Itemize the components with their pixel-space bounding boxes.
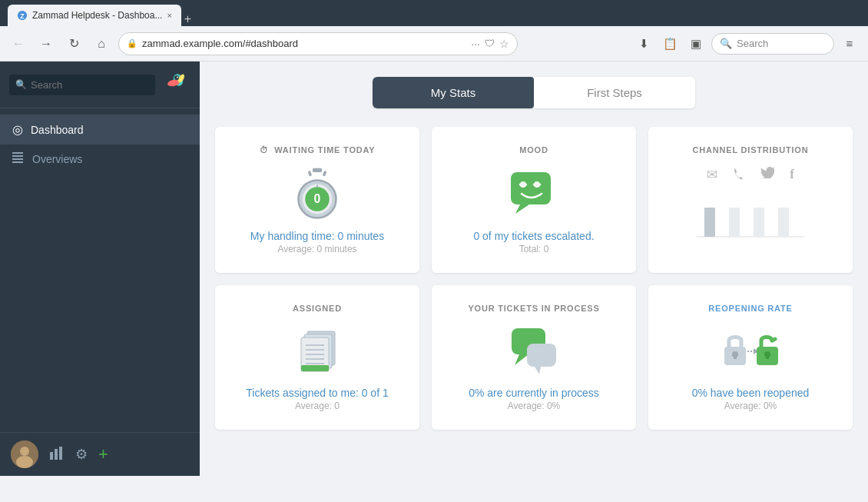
svg-rect-19	[308, 171, 313, 177]
reopening-rate-card: REOPENING RATE	[648, 285, 853, 430]
avatar-image	[11, 440, 38, 468]
svg-rect-46	[527, 344, 556, 367]
waiting-time-title: ⏱ WAITING TIME TODAY	[260, 145, 376, 155]
svg-rect-11	[12, 161, 23, 163]
assigned-main: Tickets assigned to me: 0 of 1	[246, 387, 388, 399]
svg-marker-45	[515, 354, 528, 365]
channel-bar-area	[664, 192, 837, 238]
add-bottom-icon[interactable]: +	[98, 444, 108, 464]
mood-card: MOOD 0 of	[432, 127, 636, 273]
stats-grid: ⏱ WAITING TIME TODAY	[215, 127, 853, 430]
facebook-channel-icon: f	[790, 167, 794, 185]
home-button[interactable]: ⌂	[91, 33, 112, 55]
tabs-container: My Stats First Steps	[373, 77, 695, 108]
twitter-channel-icon	[760, 167, 774, 185]
hummingbird-logo	[163, 69, 190, 97]
forward-button[interactable]: →	[35, 33, 57, 55]
sidebar-search-icon: 🔍	[15, 79, 27, 90]
reopening-rate-main: 0% have been reopened	[692, 387, 810, 399]
stopwatch-icon: 0	[290, 167, 344, 221]
svg-rect-8	[12, 152, 23, 154]
mood-svg	[509, 171, 558, 217]
star-icon[interactable]: ☆	[499, 38, 509, 50]
new-tab-btn[interactable]: +	[184, 12, 191, 26]
channel-distribution-card: CHANNEL DISTRIBUTION ✉ f	[648, 127, 853, 273]
svg-rect-50	[734, 354, 737, 359]
sidebar: 🔍 ◎ Dashboard	[0, 62, 200, 476]
mood-title: MOOD	[519, 145, 548, 155]
sidebar-nav: ◎ Dashboard Overviews	[0, 108, 200, 432]
browser-menu-button[interactable]: ≡	[839, 33, 860, 55]
address-bar[interactable]: 🔒 zammad.example.com/#dashboard ··· 🛡 ☆	[118, 32, 518, 55]
channel-bars-svg	[697, 192, 804, 238]
tab-favicon: Z	[17, 10, 28, 21]
phone-channel-icon	[733, 167, 745, 185]
tickets-in-process-main: 0% are currently in process	[469, 387, 599, 399]
tickets-in-process-title: YOUR TICKETS IN PROCESS	[468, 304, 599, 313]
waiting-time-main: My handling time: 0 minutes	[250, 230, 384, 242]
user-avatar[interactable]	[11, 440, 38, 468]
reopening-svg	[720, 330, 781, 373]
browser-tab-bar: Z Zammad Helpdesk - Dashboa... × +	[0, 0, 868, 26]
tickets-process-svg	[505, 327, 562, 376]
settings-bottom-icon[interactable]: ⚙	[75, 446, 88, 463]
channel-icons: ✉ f	[707, 167, 794, 185]
tickets-in-process-sub: Average: 0%	[508, 401, 561, 411]
stats-bottom-icon[interactable]	[49, 446, 65, 464]
svg-rect-34	[778, 208, 789, 237]
tab-title: Zammad Helpdesk - Dashboa...	[32, 10, 162, 21]
svg-point-7	[177, 77, 178, 78]
email-channel-icon: ✉	[707, 167, 717, 185]
clock-small-icon: ⏱	[260, 145, 269, 155]
svg-rect-16	[55, 449, 58, 460]
shield-icon: 🛡	[485, 38, 495, 49]
svg-rect-26	[511, 172, 551, 204]
mood-sub: Total: 0	[519, 244, 549, 254]
back-button[interactable]: ←	[8, 33, 29, 55]
sidebar-item-label-overviews: Overviews	[32, 153, 82, 165]
sidebar-search-wrap: 🔍	[9, 75, 155, 95]
browser-search-box[interactable]: 🔍 Search	[711, 33, 834, 55]
tickets-in-process-icon-area	[505, 325, 562, 377]
svg-rect-43	[301, 365, 329, 371]
waiting-time-icon-area: 0	[290, 167, 344, 221]
toolbar-right: ⬇ 📋 ▣ 🔍 Search ≡	[633, 33, 860, 55]
reopening-rate-title: REOPENING RATE	[708, 304, 792, 313]
svg-rect-54	[766, 354, 769, 359]
mood-main: 0 of my tickets escalated.	[473, 230, 594, 242]
svg-point-14	[16, 456, 33, 468]
channel-distribution-title: CHANNEL DISTRIBUTION	[693, 145, 809, 155]
refresh-button[interactable]: ↻	[63, 33, 84, 55]
tab-first-steps[interactable]: First Steps	[534, 77, 695, 108]
svg-rect-20	[323, 171, 327, 177]
tab-close-btn[interactable]: ×	[167, 11, 171, 20]
svg-text:Z: Z	[20, 12, 25, 20]
overviews-icon	[12, 152, 25, 166]
dashboard-icon: ◎	[12, 122, 23, 137]
sidebar-item-label-dashboard: Dashboard	[31, 124, 84, 136]
svg-rect-31	[704, 208, 715, 237]
tab-my-stats[interactable]: My Stats	[373, 77, 534, 108]
assigned-card: ASSIGNED	[215, 285, 419, 430]
active-browser-tab[interactable]: Z Zammad Helpdesk - Dashboa... ×	[8, 5, 181, 26]
mood-icon-area	[509, 167, 558, 221]
reading-list-button[interactable]: 📋	[659, 33, 681, 55]
browser-toolbar: ← → ↻ ⌂ 🔒 zammad.example.com/#dashboard …	[0, 26, 868, 62]
svg-rect-10	[12, 158, 23, 160]
list-icon	[12, 152, 25, 163]
sidebar-item-overviews[interactable]: Overviews	[0, 145, 200, 174]
main-content: My Stats First Steps ⏱ WAITING TIME TODA…	[200, 62, 868, 476]
address-menu-dots[interactable]: ···	[471, 38, 480, 50]
assigned-title: ASSIGNED	[293, 304, 342, 313]
sidepanel-button[interactable]: ▣	[685, 33, 707, 55]
tickets-in-process-card: YOUR TICKETS IN PROCESS 0% are currently…	[432, 285, 636, 430]
sidebar-item-dashboard[interactable]: ◎ Dashboard	[0, 115, 200, 145]
tabs-bar: My Stats First Steps	[215, 77, 853, 108]
svg-rect-9	[12, 155, 23, 157]
sidebar-search-input[interactable]	[9, 75, 155, 95]
download-button[interactable]: ⬇	[633, 33, 654, 55]
stopwatch-svg: 0	[290, 167, 344, 221]
sidebar-header: 🔍	[0, 62, 200, 108]
svg-rect-33	[754, 208, 764, 237]
search-icon: 🔍	[720, 38, 732, 49]
